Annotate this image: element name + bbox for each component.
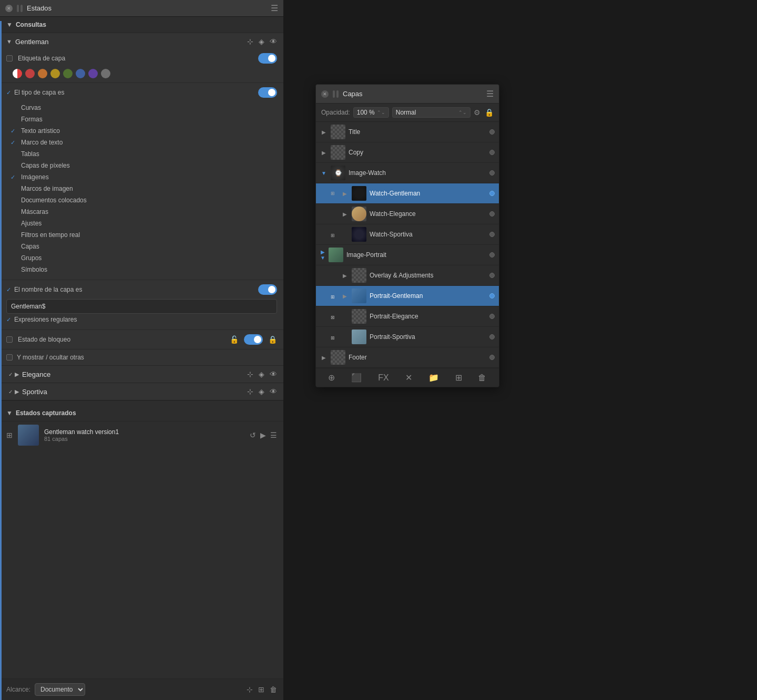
image-portrait-visibility[interactable] — [489, 252, 495, 258]
copy-visibility[interactable] — [489, 150, 495, 155]
layer-portrait-gentleman[interactable]: ⊞ ▶ Portrait-Gentleman — [316, 286, 499, 306]
portrait-sportiva-visibility[interactable] — [489, 334, 495, 339]
watch-sportiva-visibility[interactable] — [489, 232, 495, 237]
revert-button[interactable]: ↺ — [250, 431, 256, 439]
type-imagenes[interactable]: ✓ Imágenes — [6, 171, 277, 183]
watch-elegance-expand[interactable]: ▶ — [341, 210, 349, 218]
type-curvas[interactable]: Curvas — [6, 102, 277, 114]
color-green[interactable] — [63, 69, 73, 78]
title-visibility[interactable] — [489, 129, 495, 135]
title-expand[interactable]: ▶ — [320, 128, 328, 136]
layer-watch-gentleman[interactable]: ⊞ ▶ Watch-Gentleman — [316, 183, 499, 204]
color-purple[interactable] — [88, 69, 98, 78]
layer-portrait-elegance[interactable]: ⊠ Portrait-Elegance — [316, 306, 499, 327]
duplicate-button[interactable]: ⊞ — [455, 373, 462, 383]
play-button[interactable]: ▶ — [260, 431, 266, 439]
type-docs-colocados[interactable]: Documentos colocados — [6, 194, 277, 206]
layer-image-portrait[interactable]: ▶ ▼ Image-Portrait — [316, 245, 499, 265]
consultas-section-header[interactable]: ▼ Consultas — [0, 17, 283, 33]
alcance-select[interactable]: Documento — [35, 683, 85, 696]
bottom-icon-2[interactable]: ⊞ — [258, 685, 264, 694]
copy-expand[interactable]: ▶ — [320, 149, 328, 156]
overlay-visibility[interactable] — [489, 273, 495, 278]
color-orange[interactable] — [38, 69, 47, 78]
blend-mode-select[interactable]: Normal ⌃⌄ — [392, 107, 470, 118]
type-marco-texto[interactable]: ✓ Marco de texto — [6, 137, 277, 148]
color-red[interactable] — [25, 69, 35, 78]
footer-visibility[interactable] — [489, 355, 495, 360]
opacity-value[interactable]: 100 % ⌃⌄ — [353, 107, 389, 118]
image-portrait-expand-area[interactable]: ▶ ▼ — [320, 249, 325, 261]
bloqueo-toggle[interactable] — [244, 334, 263, 345]
filter-icon[interactable]: ◈ — [259, 37, 264, 46]
layer-watch-sportiva[interactable]: ⊞ Watch-Sportiva — [316, 224, 499, 245]
elegance-select-icon[interactable]: ⊹ — [247, 370, 253, 378]
portrait-elegance-visibility[interactable] — [489, 314, 495, 319]
bloqueo-checkbox[interactable] — [6, 336, 13, 343]
color-yellow[interactable] — [50, 69, 60, 78]
group-button[interactable]: 📁 — [428, 373, 439, 383]
layer-overlay-adjustments[interactable]: ▶ Overlay & Adjustments — [316, 265, 499, 286]
layer-copy[interactable]: ▶ Copy — [316, 142, 499, 163]
estados-capturados-header[interactable]: ▼ Estados capturados — [0, 405, 283, 421]
layer-footer[interactable]: ▶ Footer — [316, 347, 499, 368]
menu-icon[interactable]: ☰ — [271, 3, 278, 13]
watch-gentleman-expand[interactable]: ▶ — [341, 190, 349, 197]
mask-button[interactable]: ⬛ — [351, 373, 362, 383]
elegance-filter-icon[interactable]: ◈ — [259, 370, 264, 378]
type-capas[interactable]: Capas — [6, 241, 277, 252]
type-filtros[interactable]: Filtros en tiempo real — [6, 229, 277, 241]
more-button[interactable]: ☰ — [270, 431, 277, 439]
type-ajustes[interactable]: Ajustes — [6, 218, 277, 229]
etiqueta-toggle[interactable] — [258, 53, 277, 64]
overlay-expand[interactable]: ▶ — [341, 272, 349, 279]
tipo-capa-toggle[interactable] — [258, 87, 277, 98]
type-mascaras[interactable]: Máscaras — [6, 206, 277, 218]
color-gray[interactable] — [101, 69, 110, 78]
portrait-gentleman-visibility[interactable] — [489, 293, 495, 298]
watch-elegance-visibility[interactable] — [489, 211, 495, 217]
sportiva-visibility-icon[interactable]: 👁 — [270, 387, 277, 396]
sportiva-filter-icon[interactable]: ◈ — [259, 387, 264, 396]
layer-image-watch[interactable]: ▼ ⌚ Image-Watch — [316, 163, 499, 183]
sportiva-select-icon[interactable]: ⊹ — [247, 387, 253, 396]
layer-watch-elegance[interactable]: ▶ Watch-Elegance — [316, 204, 499, 224]
watch-gentleman-visibility[interactable] — [489, 191, 495, 196]
bottom-icon-1[interactable]: ⊹ — [247, 685, 253, 694]
image-portrait-collapse[interactable]: ▼ — [320, 255, 325, 261]
elegance-visibility-icon[interactable]: 👁 — [270, 370, 277, 378]
blend-button[interactable]: ✕ — [405, 373, 412, 383]
layers-close-button[interactable]: ✕ — [321, 90, 329, 98]
type-formas[interactable]: Formas — [6, 114, 277, 125]
sportiva-header[interactable]: ✓ ▶ Sportiva ⊹ ◈ 👁 — [0, 383, 283, 400]
type-marcos-imagen[interactable]: Marcos de imagen — [6, 183, 277, 194]
fx-button[interactable]: FX — [378, 373, 388, 383]
layer-portrait-sportiva[interactable]: ⊠ Portrait-Sportiva — [316, 327, 499, 347]
image-portrait-expand[interactable]: ▶ — [321, 249, 325, 255]
type-capas-pixeles[interactable]: Capas de píxeles — [6, 160, 277, 171]
layer-title[interactable]: ▶ Title — [316, 122, 499, 142]
delete-bottom-icon[interactable]: 🗑 — [270, 685, 277, 694]
image-watch-expand[interactable]: ▼ — [320, 169, 328, 177]
close-button[interactable]: ✕ — [5, 5, 13, 12]
show-hide-checkbox[interactable] — [6, 354, 13, 361]
layers-menu-icon[interactable]: ☰ — [486, 89, 494, 99]
visibility-icon[interactable]: 👁 — [270, 37, 277, 46]
type-tablas[interactable]: Tablas — [6, 148, 277, 160]
nombre-input[interactable] — [6, 299, 277, 314]
select-icon[interactable]: ⊹ — [247, 37, 253, 46]
elegance-header[interactable]: ✓ ▶ Elegance ⊹ ◈ 👁 — [0, 366, 283, 383]
nombre-toggle[interactable] — [258, 284, 277, 295]
gentleman-header[interactable]: ▼ Gentleman ⊹ ◈ 👁 — [0, 33, 283, 50]
delete-layer-button[interactable]: 🗑 — [478, 373, 486, 383]
footer-expand[interactable]: ▶ — [320, 354, 328, 361]
color-blue[interactable] — [76, 69, 85, 78]
type-texto-artistico[interactable]: ✓ Texto artístico — [6, 125, 277, 137]
add-layer-button[interactable]: ⊕ — [328, 373, 335, 383]
etiqueta-checkbox[interactable] — [6, 55, 13, 61]
settings-icon[interactable]: ⚙ — [474, 108, 480, 117]
image-watch-visibility[interactable] — [489, 170, 495, 176]
portrait-gentleman-expand[interactable]: ▶ — [341, 292, 349, 300]
type-simbolos[interactable]: Símbolos — [6, 264, 277, 275]
color-red-white[interactable] — [13, 69, 22, 78]
